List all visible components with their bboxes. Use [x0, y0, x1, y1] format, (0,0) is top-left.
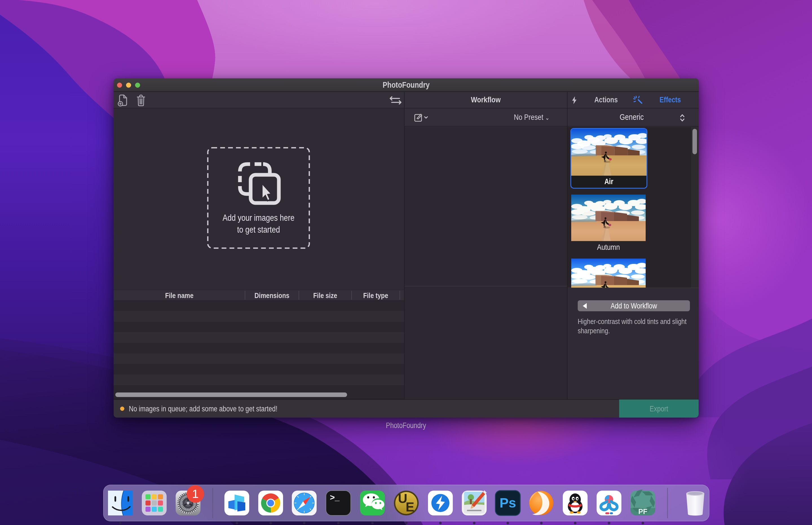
svg-text:Ps: Ps: [500, 495, 516, 510]
svg-text:1: 1: [192, 487, 198, 500]
svg-text:E: E: [406, 500, 415, 514]
svg-text:>_: >_: [330, 493, 340, 502]
svg-text:PF: PF: [638, 508, 647, 515]
